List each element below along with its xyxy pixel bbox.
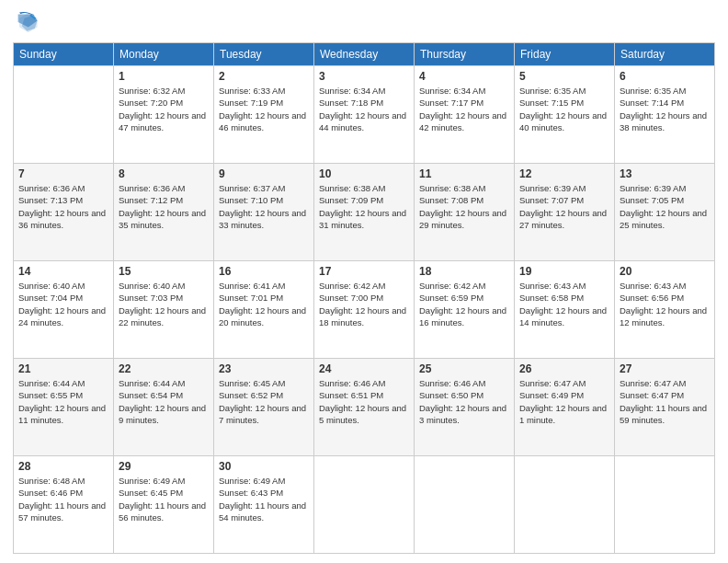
calendar-cell: [515, 456, 615, 554]
calendar-cell: 20Sunrise: 6:43 AMSunset: 6:56 PMDayligh…: [615, 261, 715, 359]
day-info: Sunrise: 6:40 AMSunset: 7:04 PMDaylight:…: [18, 280, 108, 328]
calendar-cell: 23Sunrise: 6:45 AMSunset: 6:52 PMDayligh…: [214, 359, 314, 456]
day-number: 25: [419, 362, 509, 375]
day-info: Sunrise: 6:39 AMSunset: 7:05 PMDaylight:…: [620, 182, 710, 231]
calendar-header-wednesday: Wednesday: [314, 43, 415, 66]
day-info: Sunrise: 6:42 AMSunset: 6:59 PMDaylight:…: [419, 280, 509, 328]
calendar-cell: 10Sunrise: 6:38 AMSunset: 7:09 PMDayligh…: [314, 164, 415, 261]
calendar-cell: [415, 456, 515, 554]
day-number: 4: [419, 70, 509, 83]
calendar-cell: 24Sunrise: 6:46 AMSunset: 6:51 PMDayligh…: [314, 359, 415, 456]
calendar-cell: 1Sunrise: 6:32 AMSunset: 7:20 PMDaylight…: [114, 66, 214, 164]
day-number: 8: [119, 167, 209, 180]
day-info: Sunrise: 6:49 AMSunset: 6:43 PMDaylight:…: [219, 475, 309, 523]
day-info: Sunrise: 6:34 AMSunset: 7:18 PMDaylight:…: [319, 85, 409, 133]
calendar-cell: 17Sunrise: 6:42 AMSunset: 7:00 PMDayligh…: [314, 261, 415, 359]
day-info: Sunrise: 6:33 AMSunset: 7:19 PMDaylight:…: [219, 85, 309, 133]
day-number: 6: [620, 70, 710, 83]
day-number: 3: [319, 70, 409, 83]
day-info: Sunrise: 6:37 AMSunset: 7:10 PMDaylight:…: [219, 182, 309, 231]
calendar-week-4: 21Sunrise: 6:44 AMSunset: 6:55 PMDayligh…: [14, 359, 715, 456]
calendar-cell: 16Sunrise: 6:41 AMSunset: 7:01 PMDayligh…: [214, 261, 314, 359]
day-info: Sunrise: 6:36 AMSunset: 7:13 PMDaylight:…: [18, 182, 108, 231]
calendar-header-monday: Monday: [114, 43, 214, 66]
calendar-cell: 25Sunrise: 6:46 AMSunset: 6:50 PMDayligh…: [415, 359, 515, 456]
calendar-header-saturday: Saturday: [615, 43, 715, 66]
calendar-cell: 30Sunrise: 6:49 AMSunset: 6:43 PMDayligh…: [214, 456, 314, 554]
calendar-cell: 5Sunrise: 6:35 AMSunset: 7:15 PMDaylight…: [515, 66, 615, 164]
day-info: Sunrise: 6:38 AMSunset: 7:08 PMDaylight:…: [419, 182, 509, 231]
calendar-header-friday: Friday: [515, 43, 615, 66]
calendar-cell: 27Sunrise: 6:47 AMSunset: 6:47 PMDayligh…: [615, 359, 715, 456]
calendar-cell: 12Sunrise: 6:39 AMSunset: 7:07 PMDayligh…: [515, 164, 615, 261]
page-header: [13, 9, 715, 35]
day-number: 10: [319, 167, 409, 180]
calendar-cell: 3Sunrise: 6:34 AMSunset: 7:18 PMDaylight…: [314, 66, 415, 164]
day-number: 9: [219, 167, 309, 180]
day-info: Sunrise: 6:45 AMSunset: 6:52 PMDaylight:…: [219, 377, 309, 426]
calendar-cell: 15Sunrise: 6:40 AMSunset: 7:03 PMDayligh…: [114, 261, 214, 359]
logo-icon: [13, 9, 39, 35]
calendar-cell: 9Sunrise: 6:37 AMSunset: 7:10 PMDaylight…: [214, 164, 314, 261]
day-info: Sunrise: 6:35 AMSunset: 7:14 PMDaylight:…: [620, 85, 710, 133]
day-info: Sunrise: 6:42 AMSunset: 7:00 PMDaylight:…: [319, 280, 409, 328]
day-number: 22: [119, 362, 209, 375]
day-number: 12: [519, 167, 609, 180]
day-number: 14: [18, 265, 108, 278]
calendar-cell: 29Sunrise: 6:49 AMSunset: 6:45 PMDayligh…: [114, 456, 214, 554]
calendar-header-thursday: Thursday: [415, 43, 515, 66]
day-number: 19: [519, 265, 609, 278]
day-info: Sunrise: 6:35 AMSunset: 7:15 PMDaylight:…: [519, 85, 609, 133]
day-info: Sunrise: 6:41 AMSunset: 7:01 PMDaylight:…: [219, 280, 309, 328]
calendar-cell: 13Sunrise: 6:39 AMSunset: 7:05 PMDayligh…: [615, 164, 715, 261]
day-info: Sunrise: 6:34 AMSunset: 7:17 PMDaylight:…: [419, 85, 509, 133]
day-number: 27: [620, 362, 710, 375]
day-number: 30: [219, 460, 309, 473]
calendar-cell: 22Sunrise: 6:44 AMSunset: 6:54 PMDayligh…: [114, 359, 214, 456]
calendar-cell: 2Sunrise: 6:33 AMSunset: 7:19 PMDaylight…: [214, 66, 314, 164]
calendar-cell: 21Sunrise: 6:44 AMSunset: 6:55 PMDayligh…: [14, 359, 114, 456]
day-number: 21: [18, 362, 108, 375]
calendar-cell: [615, 456, 715, 554]
calendar-table: SundayMondayTuesdayWednesdayThursdayFrid…: [13, 42, 715, 554]
day-number: 17: [319, 265, 409, 278]
calendar-cell: 19Sunrise: 6:43 AMSunset: 6:58 PMDayligh…: [515, 261, 615, 359]
calendar-cell: 4Sunrise: 6:34 AMSunset: 7:17 PMDaylight…: [415, 66, 515, 164]
day-info: Sunrise: 6:32 AMSunset: 7:20 PMDaylight:…: [119, 85, 209, 133]
day-info: Sunrise: 6:44 AMSunset: 6:55 PMDaylight:…: [18, 377, 108, 426]
calendar-week-5: 28Sunrise: 6:48 AMSunset: 6:46 PMDayligh…: [14, 456, 715, 554]
day-number: 29: [119, 460, 209, 473]
day-info: Sunrise: 6:47 AMSunset: 6:47 PMDaylight:…: [620, 377, 710, 426]
day-number: 11: [419, 167, 509, 180]
calendar-week-2: 7Sunrise: 6:36 AMSunset: 7:13 PMDaylight…: [14, 164, 715, 261]
day-number: 28: [18, 460, 108, 473]
day-number: 18: [419, 265, 509, 278]
day-number: 20: [620, 265, 710, 278]
day-info: Sunrise: 6:40 AMSunset: 7:03 PMDaylight:…: [119, 280, 209, 328]
day-info: Sunrise: 6:43 AMSunset: 6:56 PMDaylight:…: [620, 280, 710, 328]
day-number: 24: [319, 362, 409, 375]
day-number: 2: [219, 70, 309, 83]
day-number: 13: [620, 167, 710, 180]
day-number: 26: [519, 362, 609, 375]
calendar-header-sunday: Sunday: [14, 43, 114, 66]
calendar-cell: 26Sunrise: 6:47 AMSunset: 6:49 PMDayligh…: [515, 359, 615, 456]
day-info: Sunrise: 6:36 AMSunset: 7:12 PMDaylight:…: [119, 182, 209, 231]
day-info: Sunrise: 6:38 AMSunset: 7:09 PMDaylight:…: [319, 182, 409, 231]
calendar-cell: 7Sunrise: 6:36 AMSunset: 7:13 PMDaylight…: [14, 164, 114, 261]
day-info: Sunrise: 6:43 AMSunset: 6:58 PMDaylight:…: [519, 280, 609, 328]
day-info: Sunrise: 6:48 AMSunset: 6:46 PMDaylight:…: [18, 475, 108, 523]
calendar-cell: 11Sunrise: 6:38 AMSunset: 7:08 PMDayligh…: [415, 164, 515, 261]
day-info: Sunrise: 6:39 AMSunset: 7:07 PMDaylight:…: [519, 182, 609, 231]
calendar-cell: 8Sunrise: 6:36 AMSunset: 7:12 PMDaylight…: [114, 164, 214, 261]
calendar-header-row: SundayMondayTuesdayWednesdayThursdayFrid…: [14, 43, 715, 66]
day-number: 7: [18, 167, 108, 180]
day-info: Sunrise: 6:49 AMSunset: 6:45 PMDaylight:…: [119, 475, 209, 523]
calendar-cell: [314, 456, 415, 554]
day-number: 16: [219, 265, 309, 278]
calendar-week-3: 14Sunrise: 6:40 AMSunset: 7:04 PMDayligh…: [14, 261, 715, 359]
calendar-header-tuesday: Tuesday: [214, 43, 314, 66]
day-info: Sunrise: 6:47 AMSunset: 6:49 PMDaylight:…: [519, 377, 609, 426]
calendar-cell: 28Sunrise: 6:48 AMSunset: 6:46 PMDayligh…: [14, 456, 114, 554]
day-info: Sunrise: 6:46 AMSunset: 6:51 PMDaylight:…: [319, 377, 409, 426]
